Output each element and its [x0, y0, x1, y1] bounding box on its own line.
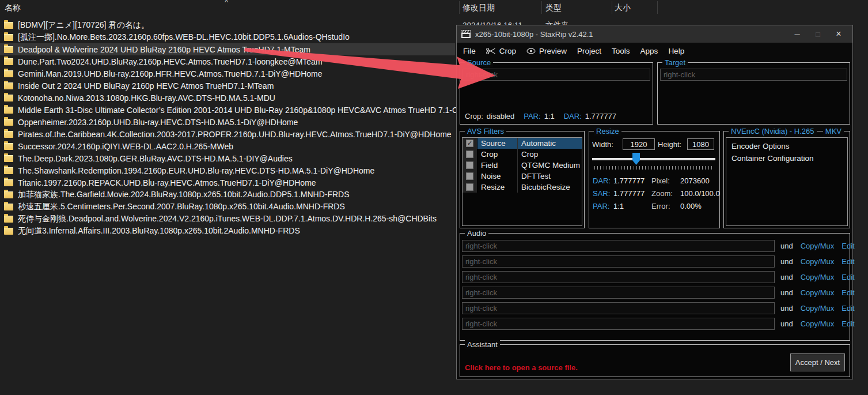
avs-filters-group: AVS Filters ✓ Source Automatic ✓ Crop Cr… [460, 131, 585, 228]
audio-track-input[interactable] [462, 240, 775, 252]
copy-mux-link[interactable]: Copy/Mux [801, 319, 835, 328]
source-group-title[interactable]: Source [465, 58, 493, 67]
file-row[interactable]: [孤注一掷].No.More.Bets.2023.2160p.60fps.WEB… [0, 31, 455, 43]
par-label[interactable]: PAR: [524, 112, 540, 121]
audio-language[interactable]: und [780, 273, 793, 281]
file-row[interactable]: Deadpool & Wolverine 2024 UHD BluRay 216… [0, 43, 455, 55]
audio-track-input[interactable] [462, 255, 775, 268]
filter-checkbox[interactable]: ✓ [466, 140, 473, 147]
column-divider[interactable] [612, 1, 612, 14]
column-divider[interactable] [541, 1, 542, 14]
file-row[interactable]: 秒速五厘米.5.Centimeters.Per.Second.2007.BluR… [0, 201, 455, 213]
container-format-label[interactable]: MKV [823, 127, 844, 136]
menu-item[interactable]: Preview [521, 44, 572, 58]
filter-checkbox[interactable]: ✓ [466, 172, 473, 180]
file-row[interactable]: Middle Earth 31-Disc Ultimate Collector’… [0, 104, 455, 116]
filter-value: Crop [518, 149, 582, 160]
file-row[interactable]: The.Shawshank.Redemption.1994.2160p.EUR.… [0, 164, 455, 176]
dar-label[interactable]: DAR: [564, 112, 582, 121]
column-header-size[interactable]: 大小 [615, 3, 631, 13]
file-row[interactable]: 死侍与金刚狼.Deadpool.and.Wolverine.2024.V2.21… [0, 213, 455, 225]
file-row[interactable]: The.Deep.Dark.2023.1080p.GER.BluRay.AVC.… [0, 152, 455, 164]
edit-link[interactable]: Edit [842, 304, 854, 313]
encoder-group-title[interactable]: NVEncC (Nvidia) - H.265 [729, 127, 817, 136]
menu-item[interactable]: Project [572, 44, 607, 58]
height-input[interactable] [687, 138, 714, 150]
column-header-type[interactable]: 类型 [545, 3, 562, 13]
menu-item[interactable]: Crop [481, 44, 521, 58]
audio-language[interactable]: und [780, 304, 793, 313]
avs-filter-row[interactable]: ✓ Noise DFTTest [463, 171, 582, 182]
menu-item[interactable]: File [458, 44, 481, 58]
folder-icon [4, 179, 13, 186]
audio-track-input[interactable] [462, 302, 775, 314]
menu-item[interactable]: Help [663, 44, 689, 58]
stat-label[interactable]: SAR: [593, 189, 613, 198]
minimize-button[interactable]: ─ [787, 26, 808, 42]
file-row[interactable]: Oppenheimer.2023.2160p.UHD.Blu-ray.HEVC.… [0, 116, 455, 128]
resize-slider-thumb[interactable] [632, 153, 640, 165]
filter-checkbox[interactable]: ✓ [466, 161, 473, 169]
file-row[interactable]: 加菲猫家族.The.Garfield.Movie.2024.BluRay.108… [0, 189, 455, 201]
target-group-title[interactable]: Target [662, 58, 688, 67]
avs-filter-row[interactable]: ✓ Crop Crop [463, 149, 582, 160]
accept-next-button[interactable]: Accept / Next [790, 353, 845, 371]
audio-track-input[interactable] [462, 271, 775, 283]
file-row[interactable]: Dune.Part.Two2024.UHD.BluRay.2160p.HEVC.… [0, 55, 455, 67]
audio-language[interactable]: und [780, 242, 793, 250]
stat-label[interactable]: DAR: [593, 176, 613, 185]
audio-language[interactable]: und [780, 257, 793, 266]
edit-link[interactable]: Edit [842, 288, 854, 297]
copy-mux-link[interactable]: Copy/Mux [801, 257, 835, 266]
audio-track-input[interactable] [462, 318, 775, 330]
file-row[interactable]: 无间道3.Infernal.Affairs.III.2003.BluRay.10… [0, 225, 455, 237]
encoder-option-item[interactable]: Encoder Options [726, 140, 847, 152]
copy-mux-link[interactable]: Copy/Mux [801, 242, 835, 250]
menu-item[interactable]: Apps [635, 44, 664, 58]
file-name: Titanic.1997.2160p.REPACK.UHD.Blu-ray.HE… [18, 178, 316, 187]
copy-mux-link[interactable]: Copy/Mux [801, 304, 835, 313]
avs-filter-row[interactable]: ✓ Resize BicubicResize [463, 182, 582, 193]
menu-item-label: Project [577, 47, 601, 55]
file-row[interactable]: Titanic.1997.2160p.REPACK.UHD.Blu-ray.HE… [0, 176, 455, 189]
menu-item[interactable]: Tools [607, 44, 635, 58]
column-header-name[interactable]: 名称 [5, 3, 21, 13]
avs-filter-row[interactable]: ✓ Source Automatic [463, 138, 582, 149]
avs-filters-group-title[interactable]: AVS Filters [465, 127, 506, 136]
file-row[interactable]: Pirates.of.the.Caribbean.4K.Collection.2… [0, 128, 455, 140]
open-source-link[interactable]: Click here to open a source file. [465, 363, 578, 372]
target-input[interactable] [660, 69, 847, 81]
file-row[interactable]: Inside Out 2 2024 UHD BluRay 2160p HEVC … [0, 80, 455, 92]
file-row[interactable]: Successor.2024.2160p.iQIYI.WEB-DL.AAC2.0… [0, 140, 455, 152]
column-divider[interactable] [459, 1, 460, 14]
filter-checkbox[interactable]: ✓ [466, 183, 473, 191]
audio-language[interactable]: und [780, 319, 793, 328]
file-name: [孤注一掷].No.More.Bets.2023.2160p.60fps.WEB… [18, 32, 350, 43]
edit-link[interactable]: Edit [842, 319, 854, 328]
file-row[interactable]: Kotonoha.no.Niwa.2013.1080p.HKG.Blu-ray.… [0, 92, 455, 104]
width-input[interactable] [623, 138, 655, 150]
edit-link[interactable]: Edit [842, 242, 854, 250]
eye-icon [526, 48, 536, 54]
audio-language[interactable]: und [780, 288, 793, 297]
file-row[interactable]: [BDMV][アニメ][170726] 君の名は。 [0, 19, 455, 31]
close-button[interactable]: × [828, 26, 849, 42]
audio-track-input[interactable] [462, 287, 775, 299]
column-divider[interactable] [657, 1, 658, 14]
copy-mux-link[interactable]: Copy/Mux [801, 273, 835, 281]
stat-label[interactable]: PAR: [593, 202, 613, 210]
file-row[interactable]: Gemini.Man.2019.UHD.Blu-ray.2160p.HFR.HE… [0, 67, 455, 80]
source-input[interactable] [463, 69, 650, 81]
filter-name: Source [477, 138, 518, 149]
resize-slider-track[interactable] [592, 158, 715, 160]
copy-mux-link[interactable]: Copy/Mux [801, 288, 835, 297]
filter-value: QTGMC Medium [518, 160, 582, 171]
filter-checkbox[interactable]: ✓ [466, 151, 473, 158]
edit-link[interactable]: Edit [842, 257, 854, 266]
resize-group-title[interactable]: Resize [594, 127, 621, 136]
column-header-modified[interactable]: 修改日期 [463, 3, 495, 13]
maximize-button[interactable]: □ [808, 26, 828, 42]
edit-link[interactable]: Edit [842, 273, 854, 281]
encoder-option-item[interactable]: Container Configuration [726, 152, 847, 164]
avs-filter-row[interactable]: ✓ Field QTGMC Medium [463, 160, 582, 171]
